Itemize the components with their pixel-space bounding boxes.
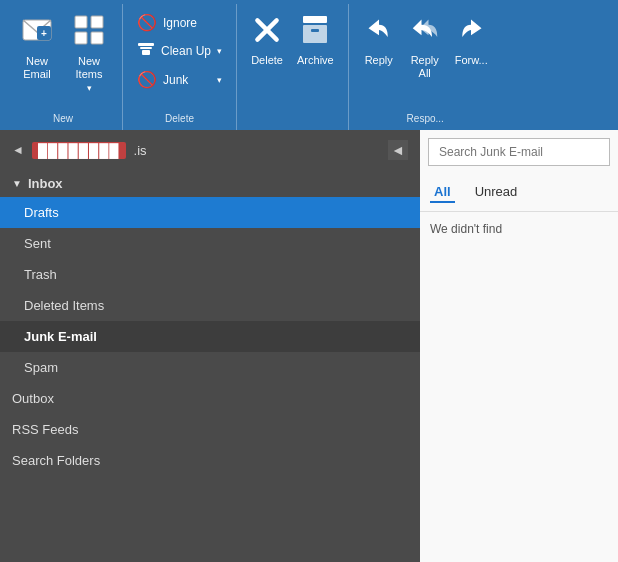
new-items-label: New Items [76,55,103,81]
right-panel: All Unread We didn't find [420,130,618,562]
junk-label: Junk [163,73,188,87]
sidebar: ◄ ████████ .is ◄ ▼ Inbox Drafts Sent [0,130,420,562]
inbox-expand-icon: ▼ [12,178,22,189]
reply-all-icon [411,14,439,50]
ribbon-group-respond: Reply Reply All [349,4,502,130]
sidebar-item-sent[interactable]: Sent [0,228,420,259]
delete-label: Delete [251,54,283,67]
svg-rect-9 [142,50,150,55]
main-area: ◄ ████████ .is ◄ ▼ Inbox Drafts Sent [0,130,618,562]
junk-icon: 🚫 [137,70,157,89]
sidebar-item-junk-email[interactable]: Junk E-mail [0,321,420,352]
reply-all-label: Reply All [411,54,439,80]
sidebar-item-trash[interactable]: Trash [0,259,420,290]
cleanup-label: Clean Up [161,44,211,58]
no-results-text: We didn't find [430,222,502,236]
forward-icon [457,14,485,50]
cleanup-arrow: ▾ [217,46,222,56]
archive-label: Archive [297,54,334,67]
junk-button[interactable]: 🚫 Junk ▾ [131,67,228,92]
filter-unread-button[interactable]: Unread [471,182,522,203]
forward-label: Forw... [455,54,488,67]
sent-label: Sent [24,236,51,251]
delete-button[interactable]: Delete [245,10,289,71]
new-email-icon: + [21,14,53,51]
svg-rect-13 [303,25,327,43]
inbox-section-header[interactable]: ▼ Inbox [0,170,420,197]
ribbon-group-delete-buttons: 🚫 Ignore Clean Up ▾ [131,4,228,109]
new-items-dropdown[interactable]: ▾ [64,81,114,95]
ribbon: + New Email [0,0,618,130]
svg-rect-12 [303,16,327,23]
new-items-icon [73,14,105,51]
svg-rect-8 [140,47,152,49]
svg-rect-3 [75,16,87,28]
new-items-button-group: New Items ▾ [64,10,114,95]
search-bar-container [420,130,618,174]
ribbon-group-delete: 🚫 Ignore Clean Up ▾ [123,4,237,130]
sidebar-item-spam[interactable]: Spam [0,352,420,383]
sidebar-item-outbox[interactable]: Outbox [0,383,420,414]
search-folders-label: Search Folders [12,453,100,468]
collapse-arrow-icon: ◄ [391,142,405,158]
account-suffix: .is [134,143,147,158]
sidebar-item-search-folders[interactable]: Search Folders [0,445,420,476]
sidebar-collapse-button[interactable]: ◄ [388,140,408,160]
trash-label: Trash [24,267,57,282]
account-name-redacted: ████████ [32,142,126,159]
archive-icon [301,14,329,50]
ribbon-group-new: + New Email [4,4,123,130]
svg-text:+: + [41,28,47,39]
cleanup-icon [137,40,155,62]
new-email-label: New Email [23,55,51,81]
new-items-dropdown-arrow: ▾ [87,83,92,93]
sidebar-item-deleted-items[interactable]: Deleted Items [0,290,420,321]
archive-button[interactable]: Archive [291,10,340,71]
svg-rect-7 [138,43,154,46]
spam-label: Spam [24,360,58,375]
rss-feeds-label: RSS Feeds [12,422,78,437]
ignore-label: Ignore [163,16,197,30]
no-results-message: We didn't find [420,212,618,246]
forward-button[interactable]: Forw... [449,10,494,71]
reply-button[interactable]: Reply [357,10,401,71]
respond-buttons: Reply Reply All [357,4,494,109]
ignore-icon: 🚫 [137,13,157,32]
outbox-label: Outbox [12,391,54,406]
deleted-items-label: Deleted Items [24,298,104,313]
delete-group-label: Delete [165,109,194,130]
delete-icon [253,14,281,50]
new-email-button[interactable]: + New Email [12,10,62,85]
svg-rect-4 [91,16,103,28]
trash-item-wrapper: → Trash [0,259,420,290]
junk-arrow: ▾ [217,75,222,85]
svg-rect-14 [311,29,319,32]
drafts-label: Drafts [24,205,59,220]
respond-group-label: Respo... [407,109,444,130]
sidebar-account-header: ◄ ████████ .is ◄ [0,130,420,170]
reply-icon [365,14,393,50]
new-group-label: New [53,109,73,130]
reply-label: Reply [365,54,393,67]
cleanup-button[interactable]: Clean Up ▾ [131,37,228,65]
sidebar-item-rss-feeds[interactable]: RSS Feeds [0,414,420,445]
ribbon-group-delete-archive: Delete Archive [237,4,349,130]
svg-rect-5 [75,32,87,44]
svg-rect-6 [91,32,103,44]
inbox-label: Inbox [28,176,63,191]
search-input[interactable] [428,138,610,166]
delete-group-stack: 🚫 Ignore Clean Up ▾ [131,10,228,92]
ribbon-group-new-buttons: + New Email [12,4,114,109]
new-items-button[interactable]: New Items [64,10,114,81]
sidebar-item-drafts[interactable]: Drafts [0,197,420,228]
filter-bar: All Unread [420,174,618,212]
reply-all-button[interactable]: Reply All [403,10,447,84]
delete-archive-buttons: Delete Archive [245,4,340,120]
ignore-button[interactable]: 🚫 Ignore [131,10,228,35]
filter-all-button[interactable]: All [430,182,455,203]
collapse-tree-icon: ◄ [12,143,24,157]
junk-email-label: Junk E-mail [24,329,97,344]
